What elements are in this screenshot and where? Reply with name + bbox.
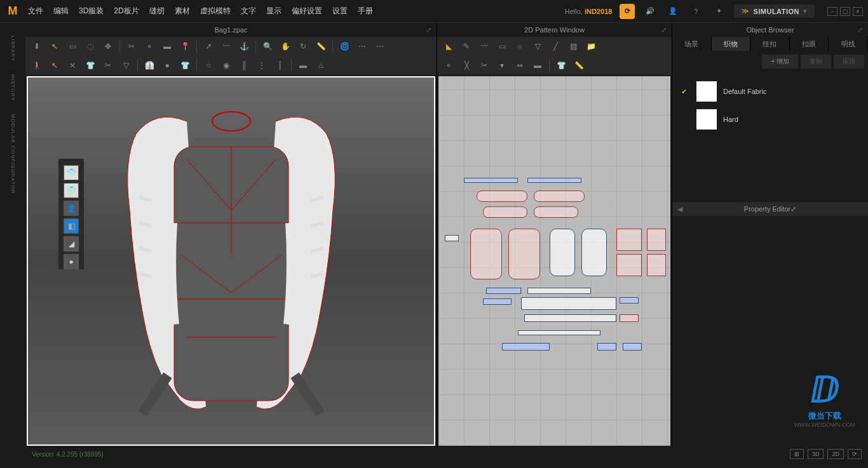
- tool-stitch[interactable]: ⋮: [254, 58, 269, 72]
- tool-iron[interactable]: ▬: [295, 58, 311, 72]
- rail-modular[interactable]: MODULAR CONFIGURATOR: [10, 114, 16, 194]
- plugin-icon[interactable]: ✦: [711, 4, 726, 19]
- rail-library[interactable]: LIBRARY: [10, 36, 16, 62]
- tool2d-trace[interactable]: ▨: [566, 39, 581, 53]
- menu-preferences[interactable]: 偏好设置: [292, 6, 322, 17]
- help-icon[interactable]: ?: [688, 4, 703, 19]
- menu-manual[interactable]: 手册: [358, 6, 373, 17]
- expand-icon[interactable]: ⤢: [661, 26, 667, 34]
- tool2d-garment[interactable]: 👕: [553, 58, 569, 72]
- tool-rect-select[interactable]: ▭: [65, 39, 80, 53]
- tool2d-rect[interactable]: ▭: [494, 39, 510, 53]
- view-shaded[interactable]: 👕: [64, 183, 79, 198]
- tool2d-circle[interactable]: ○: [512, 39, 527, 53]
- tool-topstitch[interactable]: ┋: [272, 58, 287, 72]
- chevron-left-icon[interactable]: ◀: [677, 205, 682, 213]
- tool-measure[interactable]: 📏: [313, 39, 329, 53]
- tool-handle[interactable]: ⤧: [65, 58, 80, 72]
- tool-pointer[interactable]: ↖: [47, 58, 62, 72]
- user-icon[interactable]: 👤: [665, 4, 681, 19]
- tool-pin[interactable]: 📍: [177, 39, 193, 53]
- tool-zoom[interactable]: 🔍: [260, 39, 275, 53]
- view-shadow[interactable]: ●: [64, 254, 79, 269]
- tool-btn[interactable]: ●: [159, 58, 175, 72]
- tool-more1[interactable]: ⋯: [355, 39, 370, 53]
- tab-button[interactable]: 纽扣: [750, 37, 790, 51]
- viewport-2d[interactable]: [438, 76, 670, 446]
- tool-shirt[interactable]: 👕: [177, 58, 193, 72]
- fabric-item[interactable]: ✔ Default Fabric: [677, 77, 863, 105]
- tool-lasso[interactable]: ◌: [83, 39, 98, 53]
- tab-buttonhole[interactable]: 扣眼: [790, 37, 829, 51]
- tool-hanger[interactable]: 👕: [83, 58, 98, 72]
- tool-select-down[interactable]: ⬇: [29, 39, 44, 53]
- tool2d-select[interactable]: ◣: [441, 39, 456, 53]
- tool-cursor[interactable]: ↖: [47, 39, 62, 53]
- apply-button[interactable]: 应用: [834, 55, 864, 69]
- view-thick[interactable]: ◢: [64, 236, 79, 251]
- menu-avatar[interactable]: 虚拟模特: [200, 6, 231, 17]
- tool-steam[interactable]: ♨: [313, 58, 329, 72]
- tool2d-pen[interactable]: ✎: [459, 39, 474, 53]
- sound-icon[interactable]: 🔊: [642, 4, 658, 19]
- tool-edit-sew[interactable]: ⚬: [142, 39, 157, 53]
- add-button[interactable]: + 增加: [762, 55, 798, 69]
- fabric-item[interactable]: Hard: [677, 105, 863, 133]
- tool2d-folder[interactable]: 📁: [583, 39, 599, 53]
- minimize-button[interactable]: –: [827, 7, 837, 16]
- simulation-badge[interactable]: ≫ SIMULATION ▾: [734, 4, 815, 18]
- menu-edit[interactable]: 编辑: [53, 6, 69, 17]
- menu-2d-pattern[interactable]: 2D板片: [114, 6, 139, 17]
- tool-arrow[interactable]: ↗: [201, 39, 216, 53]
- tab-fabric[interactable]: 织物: [712, 37, 751, 51]
- menu-sewing[interactable]: 缝纫: [149, 6, 165, 17]
- maximize-button[interactable]: ▢: [840, 7, 850, 16]
- status-refresh-button[interactable]: ⟳: [848, 449, 862, 459]
- tool2d-curve[interactable]: 〰: [477, 39, 492, 53]
- tool2d-notch[interactable]: ▾: [494, 58, 510, 72]
- tool-wind[interactable]: 🌀: [337, 39, 352, 53]
- tool-avatar-walk[interactable]: 🚶: [29, 58, 44, 72]
- tool-garment[interactable]: 👔: [142, 58, 157, 72]
- tool-sewing[interactable]: ✂: [124, 39, 139, 53]
- expand-icon[interactable]: ⤢: [790, 205, 796, 213]
- tool-hole[interactable]: ◉: [219, 58, 234, 72]
- tool2d-sewing[interactable]: ⚬: [441, 58, 456, 72]
- view-textured[interactable]: 👕: [64, 165, 79, 180]
- tab-topstitch[interactable]: 明线: [829, 37, 868, 51]
- tool2d-measure[interactable]: 📏: [571, 58, 587, 72]
- status-2d-button[interactable]: 2D: [827, 449, 844, 459]
- tool-move[interactable]: ✥: [100, 39, 116, 53]
- menu-display[interactable]: 显示: [266, 6, 281, 17]
- tool-rotate[interactable]: ↻: [295, 39, 311, 53]
- tool2d-line[interactable]: ╱: [548, 39, 563, 53]
- copy-button[interactable]: 复制: [801, 55, 831, 69]
- tool2d-symmetry[interactable]: ⇔: [512, 58, 527, 72]
- tool2d-dart[interactable]: ▽: [530, 39, 545, 53]
- tool-path[interactable]: 〰: [219, 39, 234, 53]
- tool2d-edit[interactable]: ✂: [477, 58, 492, 72]
- expand-icon[interactable]: ⤢: [426, 26, 431, 34]
- tool-btn2[interactable]: ○: [201, 58, 216, 72]
- tool-zipper[interactable]: ║: [236, 58, 252, 72]
- view-avatar[interactable]: 👤: [64, 201, 79, 216]
- tool-fold[interactable]: ▽: [118, 58, 133, 72]
- tab-scene[interactable]: 场景: [672, 37, 712, 51]
- tool-pan[interactable]: ✋: [278, 39, 293, 53]
- menu-settings[interactable]: 设置: [332, 6, 348, 17]
- sync-icon[interactable]: ⟳: [620, 4, 635, 19]
- rail-history[interactable]: HISTORY: [10, 74, 16, 101]
- tool2d-iron[interactable]: ▬: [530, 58, 545, 72]
- menu-materials[interactable]: 素材: [175, 6, 190, 17]
- tool-tape[interactable]: ▬: [159, 39, 175, 53]
- tool-cut[interactable]: ✂: [100, 58, 116, 72]
- close-button[interactable]: ×: [853, 7, 863, 16]
- menu-text[interactable]: 文字: [241, 6, 256, 17]
- tool-more2[interactable]: ⋯: [372, 39, 388, 53]
- tool-anchor[interactable]: ⚓: [236, 39, 252, 53]
- view-surface[interactable]: ◧: [64, 218, 79, 234]
- tool2d-seam[interactable]: ╳: [459, 58, 474, 72]
- viewport-3d[interactable]: 👕 👕 👤 ◧ ◢ ●: [27, 76, 435, 446]
- status-3d-button[interactable]: 3D: [808, 449, 824, 459]
- menu-file[interactable]: 文件: [28, 6, 43, 17]
